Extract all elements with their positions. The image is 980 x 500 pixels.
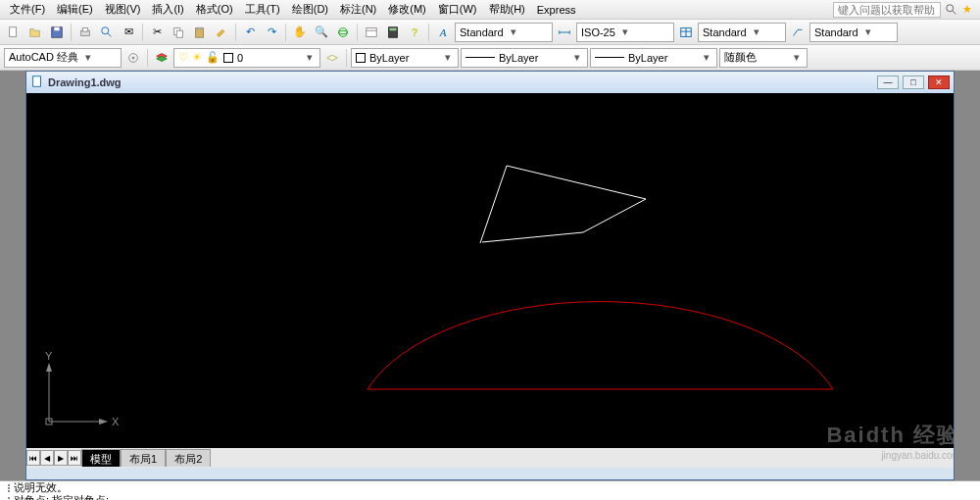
chevron-down-icon[interactable]: ▾ <box>82 51 94 64</box>
plotcolor-combo[interactable]: 随颜色 ▾ <box>719 48 808 68</box>
save-button[interactable] <box>47 23 67 42</box>
textstyle-combo[interactable]: Standard▾ <box>455 23 553 42</box>
chevron-down-icon[interactable]: ▾ <box>304 51 316 64</box>
svg-point-0 <box>947 4 954 11</box>
svg-line-25 <box>794 29 798 35</box>
preview-button[interactable] <box>97 23 117 42</box>
qcalc-button[interactable] <box>383 23 403 42</box>
tab-last-button[interactable]: ⏭ <box>68 450 81 466</box>
svg-text:X: X <box>112 416 120 427</box>
minimize-button[interactable]: — <box>877 75 899 89</box>
layer-color-swatch <box>223 53 233 63</box>
menu-express[interactable]: Express <box>531 2 582 18</box>
color-combo[interactable]: ByLayer ▾ <box>351 48 459 68</box>
cmd-grip-icon[interactable] <box>4 497 14 501</box>
svg-point-14 <box>339 30 348 34</box>
menu-file[interactable]: 文件(F) <box>4 0 51 19</box>
menu-view[interactable]: 视图(V) <box>99 0 147 19</box>
new-button[interactable] <box>4 23 24 42</box>
3dorbit-button[interactable] <box>333 23 353 42</box>
zoom-button[interactable]: 🔍 <box>312 23 331 42</box>
document-window: Drawing1.dwg — □ ✕ Y X <box>25 71 955 480</box>
svg-text:Y: Y <box>45 350 53 362</box>
chevron-down-icon[interactable]: ▾ <box>751 25 762 38</box>
undo-button[interactable]: ↶ <box>240 23 260 42</box>
close-button[interactable]: ✕ <box>928 75 950 89</box>
search-help-input[interactable] <box>833 2 941 18</box>
svg-rect-12 <box>197 26 201 29</box>
lineweight-preview <box>595 57 624 58</box>
menu-edit[interactable]: 编辑(E) <box>51 0 99 19</box>
tab-prev-button[interactable]: ◀ <box>40 450 54 466</box>
svg-line-1 <box>953 10 956 14</box>
tablestyle-combo[interactable]: Standard▾ <box>698 23 786 42</box>
chevron-down-icon[interactable]: ▾ <box>619 25 631 38</box>
plot-button[interactable] <box>75 23 95 42</box>
linetype-combo[interactable]: ByLayer ▾ <box>461 48 588 68</box>
maximize-button[interactable]: □ <box>903 75 924 89</box>
tablestyle-icon[interactable] <box>676 23 696 42</box>
menu-format[interactable]: 格式(O) <box>190 0 239 19</box>
chevron-down-icon[interactable]: ▾ <box>571 51 583 64</box>
layeriso-button[interactable] <box>322 48 342 68</box>
menu-help[interactable]: 帮助(H) <box>483 0 531 19</box>
document-title: Drawing1.dwg <box>48 76 873 88</box>
color-value: ByLayer <box>369 52 409 64</box>
menu-insert[interactable]: 插入(I) <box>146 0 189 19</box>
chevron-down-icon[interactable]: ▾ <box>701 51 712 64</box>
tab-model[interactable]: 模型 <box>81 449 121 467</box>
workspace-combo[interactable]: AutoCAD 经典▾ <box>4 48 122 68</box>
tab-layout2[interactable]: 布局2 <box>166 449 211 467</box>
layout-tabbar: ⏮ ◀ ▶ ⏭ 模型 布局1 布局2 <box>26 448 954 468</box>
layer-props-button[interactable] <box>152 48 172 68</box>
properties-button[interactable] <box>362 23 381 42</box>
document-titlebar[interactable]: Drawing1.dwg — □ ✕ <box>26 72 954 93</box>
lineweight-combo[interactable]: ByLayer ▾ <box>590 48 717 68</box>
workspace-value: AutoCAD 经典 <box>9 50 78 65</box>
doc-icon <box>30 75 44 90</box>
workspace-settings-button[interactable] <box>123 48 143 68</box>
paste-button[interactable] <box>190 23 210 42</box>
chevron-down-icon[interactable]: ▾ <box>442 51 454 64</box>
layer-combo[interactable]: ♡ ☀ 🔓 0 ▾ <box>173 48 320 68</box>
tab-layout1[interactable]: 布局1 <box>121 449 166 467</box>
drawing-canvas[interactable]: Y X ⏮ ◀ ▶ ⏭ 模型 布局1 布局2 <box>26 93 954 468</box>
copy-button[interactable] <box>169 23 188 42</box>
menu-draw[interactable]: 绘图(D) <box>286 0 334 19</box>
menu-modify[interactable]: 修改(M) <box>382 0 432 19</box>
help-button[interactable]: ? <box>405 23 424 42</box>
publish-button[interactable]: ✉ <box>119 23 138 42</box>
svg-point-28 <box>132 56 135 59</box>
sun-icon: ☀ <box>192 51 202 64</box>
redo-button[interactable]: ↷ <box>262 23 281 42</box>
drawn-polyline <box>480 166 646 243</box>
command-window[interactable]: 说明无效。 对角点: 指定对角点: <box>0 480 980 500</box>
svg-rect-6 <box>82 27 87 31</box>
cmd-prompt: 对角点: 指定对角点: <box>14 493 109 500</box>
svg-point-13 <box>339 27 348 36</box>
textstyle-icon[interactable]: A <box>433 23 453 42</box>
chevron-down-icon[interactable]: ▾ <box>508 25 519 38</box>
chevron-down-icon[interactable]: ▾ <box>862 25 874 38</box>
tab-first-button[interactable]: ⏮ <box>26 450 40 466</box>
search-icon[interactable] <box>945 3 958 17</box>
menu-window[interactable]: 窗口(W) <box>432 0 483 19</box>
star-icon[interactable]: ★ <box>962 3 976 17</box>
cut-button[interactable]: ✂ <box>147 23 167 42</box>
chevron-down-icon[interactable]: ▾ <box>791 51 803 64</box>
mleader-icon[interactable] <box>788 23 808 42</box>
open-button[interactable] <box>25 23 45 42</box>
menu-tools[interactable]: 工具(T) <box>239 0 286 19</box>
standard-toolbar: ✉ ✂ ↶ ↷ ✋ 🔍 ? A Standard▾ ISO-25▾ Standa… <box>0 20 980 45</box>
dimstyle-combo[interactable]: ISO-25▾ <box>576 23 674 42</box>
svg-rect-10 <box>176 30 182 37</box>
match-button[interactable] <box>212 23 231 42</box>
svg-rect-2 <box>10 26 17 36</box>
color-swatch <box>356 53 366 63</box>
dimstyle-icon[interactable] <box>555 23 574 42</box>
tab-next-button[interactable]: ▶ <box>54 450 68 466</box>
menu-dimension[interactable]: 标注(N) <box>334 0 382 19</box>
cmd-grip-icon[interactable] <box>4 484 14 492</box>
mleader-combo[interactable]: Standard▾ <box>809 23 898 42</box>
pan-button[interactable]: ✋ <box>290 23 310 42</box>
